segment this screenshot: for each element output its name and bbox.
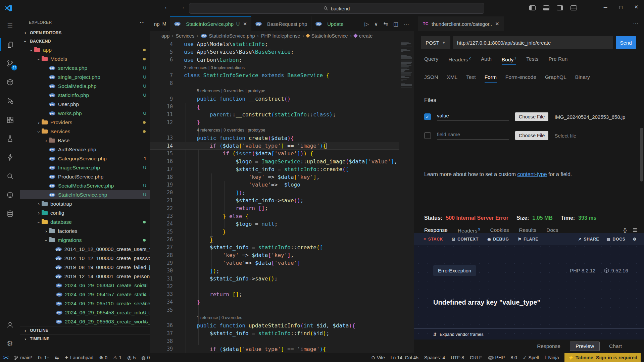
code-line-12[interactable]: 12 }: [150, 118, 399, 126]
editor-tab-staticinfoservice-php[interactable]: phpStaticInfoService.phpU✕: [170, 16, 251, 31]
status-item-warnings[interactable]: ⚠1: [113, 353, 121, 362]
code-line-7[interactable]: 7class StaticInfoService extends BaseSer…: [150, 71, 399, 79]
status-item-errors[interactable]: ⊗0: [99, 353, 107, 362]
more-actions-icon[interactable]: ⋯: [404, 21, 409, 27]
minimap[interactable]: [399, 40, 414, 353]
status-item-tabnine[interactable]: ⚡Tabnine: Sign-in is required: [564, 353, 641, 362]
status-item-vite[interactable]: ⊙Vite: [371, 353, 385, 362]
status-item-cursor-position[interactable]: Ln 14, Col 45: [391, 353, 418, 362]
code-line-38[interactable]: 38: [150, 337, 399, 345]
toggle-secondary-sidebar-icon[interactable]: [557, 5, 563, 10]
code-line-24[interactable]: 24 $logo = null;: [150, 220, 399, 228]
breadcrumb-item-staticinfoservice-php[interactable]: phpStaticInfoService.php: [201, 33, 255, 39]
code-line-17[interactable]: 17 $static_info = staticInfo::create([: [150, 165, 399, 173]
code-line-4[interactable]: 4use App\Models\staticInfo;: [150, 40, 399, 48]
status-item-git-sync[interactable]: 0↓ 1↑: [38, 353, 49, 362]
status-item-git-branch[interactable]: main*: [14, 353, 32, 362]
code-line-26[interactable]: 26 }: [150, 236, 399, 243]
tree-item-socialmediaservice-php[interactable]: phpSocialMediaService.phpU: [20, 181, 150, 190]
code-line-23[interactable]: 23 } else {: [150, 212, 399, 220]
code-line-39[interactable]: 39 if ($data['value_type'] == 'image'){: [150, 345, 399, 353]
tree-item-staticinfoservice-php[interactable]: phpStaticInfoService.phpU: [20, 190, 150, 199]
tree-item-bootstrap[interactable]: ›bootstrap: [20, 199, 150, 208]
request-tab-body[interactable]: Body1: [502, 56, 516, 65]
window-close-button[interactable]: ✕: [629, 0, 644, 14]
code-line-6[interactable]: 6use Carbon\Carbon;: [150, 56, 399, 64]
code-line-30[interactable]: 30 ]);: [150, 267, 399, 275]
tree-item-staticinfo-php[interactable]: phpstaticInfo.phpU: [20, 91, 150, 100]
run-file-icon[interactable]: ▷: [364, 21, 368, 27]
code-line-28[interactable]: 28 'key' => $data['key'],: [150, 251, 399, 259]
activity-item-explorer[interactable]: [0, 35, 20, 54]
status-item-php-version[interactable]: 8.0: [510, 353, 517, 362]
ignition-tab-flare[interactable]: ⚑FLARE: [518, 237, 539, 242]
status-item-remote[interactable]: ><: [3, 353, 8, 362]
tree-item-2024-06-29-065458-create-infos-ta-[interactable]: php2024_06_29_065458_create_infos_ta...U: [20, 308, 150, 317]
editor-tab-np[interactable]: npM: [150, 16, 170, 31]
breadcrumb-item-staticinfoservice[interactable]: StaticInfoService: [306, 33, 348, 39]
tree-item-imageservice-php[interactable]: phpImageService.phpU: [20, 163, 150, 172]
status-item-info-count[interactable]: ◎5: [127, 353, 136, 362]
code-line-27[interactable]: 27 $static_info = staticInfo::create([: [150, 244, 399, 251]
editor-tab-updates[interactable]: phpUpdateS: [311, 16, 344, 31]
editor-tab-baserequest-php[interactable]: phpBaseRequest.php: [251, 16, 311, 31]
window-maximize-button[interactable]: □: [613, 0, 629, 14]
activity-item-thunder-client[interactable]: [0, 148, 20, 167]
ignition-action-share[interactable]: ↗SHARE: [578, 237, 599, 242]
url-input[interactable]: http://127.0.0.1:8000/api/static_info/cr…: [453, 36, 613, 49]
section-workspace[interactable]: ›BACKEND: [20, 37, 150, 45]
code-line-31[interactable]: 31 $static_info->save();: [150, 275, 399, 282]
view-button-preview[interactable]: Preview: [570, 342, 600, 351]
code-line-9[interactable]: 9 public function __construct(): [150, 95, 399, 103]
expand-vendor-frames[interactable]: ⇵ Expand vendor frames: [414, 328, 644, 340]
view-button-response[interactable]: Response: [537, 343, 560, 349]
tree-item-2019-12-14-000001-create-personal-acc-[interactable]: php2019_12_14_000001_create_personal_acc…: [20, 272, 150, 281]
status-item-encoding[interactable]: UTF-8: [451, 353, 464, 362]
request-tab-auth[interactable]: Auth: [481, 56, 492, 65]
tree-item-base[interactable]: ›Base: [20, 136, 150, 145]
codelens-label[interactable]: 5 references | 0 overrides | prototype: [150, 89, 265, 93]
activity-item-source-control[interactable]: 47: [0, 54, 20, 73]
thunder-tab[interactable]: TC thunderclient.com/categor.. ✕: [418, 16, 504, 31]
code-line-33[interactable]: 33 return [];: [150, 291, 399, 298]
method-select[interactable]: POST▼: [421, 36, 450, 49]
code-editor[interactable]: 4use App\Models\staticInfo;5use App\Serv…: [150, 40, 399, 353]
window-minimize-button[interactable]: ─: [598, 0, 613, 14]
choose-file-button[interactable]: Choose File: [515, 131, 548, 140]
body-tab-json[interactable]: JSON: [424, 74, 438, 83]
codelens-label[interactable]: 2 references | 0 implementations: [150, 65, 245, 70]
status-item-spell[interactable]: ✓Spell: [523, 353, 539, 362]
send-button[interactable]: Send: [616, 36, 636, 49]
breadcrumb-item-services[interactable]: Services: [176, 33, 195, 39]
tree-item-2014-10-12-100000-create-password-res-[interactable]: php2014_10_12_100000_create_password_res…: [20, 254, 150, 263]
tree-item-app[interactable]: ›app: [20, 45, 150, 54]
choose-file-button[interactable]: Choose File: [515, 112, 548, 121]
section-outline[interactable]: ›OUTLINE: [20, 326, 150, 334]
code-line-18[interactable]: 18 'key' => $data['key'],: [150, 173, 399, 181]
checkbox[interactable]: ✓: [424, 113, 431, 120]
code-line-19[interactable]: 19 'value'=> $logo: [150, 181, 399, 189]
status-item-ninja[interactable]: ‖Ninja: [545, 353, 559, 362]
status-item-eol[interactable]: CRLF: [470, 353, 482, 362]
code-line-29[interactable]: 29 'value'=> $data['value']: [150, 259, 399, 267]
code-line-8[interactable]: 8: [150, 79, 399, 87]
tree-item-socialmedia-php[interactable]: phpSocialMedia.phpU: [20, 82, 150, 91]
tree-item-2024-06-29-065603-create-works-ta-[interactable]: php2024_06_29_065603_create_works_ta...U: [20, 317, 150, 326]
nav-back-icon[interactable]: ←: [164, 3, 170, 11]
ignition-tab-context[interactable]: ⊡CONTEXT: [452, 237, 479, 242]
split-editor-icon[interactable]: ◫: [393, 21, 398, 27]
code-line-14[interactable]: 14 if ($data['value_type'] == 'image'){: [150, 142, 399, 150]
tree-item-2024-06-29-064157-create-static-in-[interactable]: php2024_06_29_064157_create_static_in...…: [20, 290, 150, 299]
request-tab-headers[interactable]: Headers2: [448, 56, 471, 65]
code-line-15[interactable]: 15 if (isset($data['value'])) {: [150, 150, 399, 157]
code-line-32[interactable]: 32: [150, 282, 399, 290]
run-dropdown-icon[interactable]: ∨: [374, 21, 378, 27]
codelens-row[interactable]: 5 references | 0 overrides | prototype: [150, 87, 399, 95]
activity-item-database[interactable]: [0, 204, 20, 223]
panel-more-actions-icon[interactable]: ⋯: [633, 20, 639, 26]
nav-forward-icon[interactable]: →: [179, 3, 185, 11]
code-line-35[interactable]: 35: [150, 306, 399, 314]
checkbox[interactable]: [424, 132, 431, 139]
open-changes-icon[interactable]: ⇆: [383, 21, 388, 27]
view-button-chart[interactable]: Chart: [609, 343, 622, 349]
